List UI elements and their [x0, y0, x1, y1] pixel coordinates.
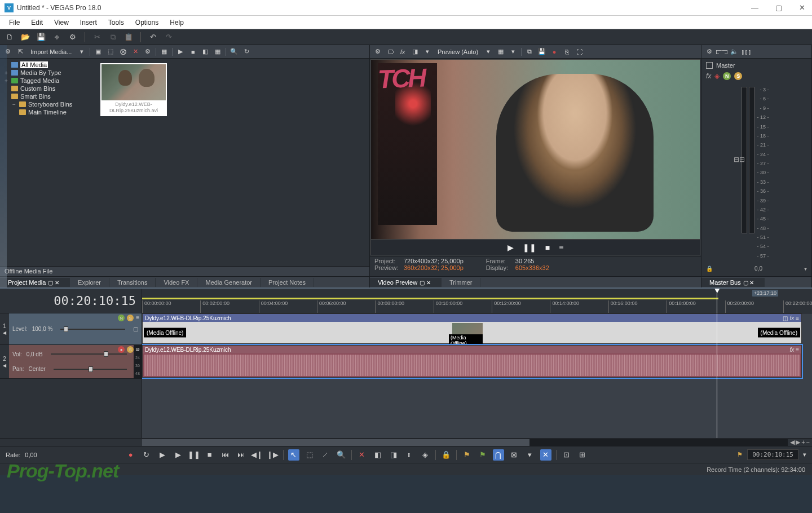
external-icon[interactable]: ⎘	[562, 47, 571, 56]
tab-project-media[interactable]: Project Media ▢ ✕	[0, 278, 70, 287]
track-menu-icon[interactable]: ≡	[136, 315, 139, 321]
select-tool[interactable]: ⬚	[304, 449, 315, 461]
tree-custom-bins[interactable]: Custom Bins	[2, 85, 94, 92]
play-button[interactable]: ▶	[508, 243, 514, 252]
master-props-icon[interactable]: ⚙	[705, 47, 714, 56]
dropdown-icon[interactable]: ▾	[509, 47, 518, 56]
open-button[interactable]: 📂	[20, 32, 30, 42]
timeline-tracks[interactable]: Dyldy.e12.WEB-DLRip.25Kuzmich◫fx≡ (Media…	[142, 313, 812, 438]
menu-tools[interactable]: Tools	[104, 17, 129, 28]
pause-button[interactable]: ❚❚	[523, 243, 536, 252]
loop-button[interactable]: ↻	[141, 449, 152, 461]
play-start-button[interactable]: ▶	[157, 449, 168, 461]
render-button[interactable]: ⎆	[52, 32, 62, 42]
record-indicator-icon[interactable]: ●	[550, 47, 559, 56]
menu-file[interactable]: File	[5, 17, 24, 28]
import-media-button[interactable]: Import Media...	[28, 48, 74, 55]
thumbnails-icon[interactable]: ▦	[213, 47, 222, 56]
tree-main-timeline[interactable]: Main Timeline	[2, 108, 94, 116]
minimize-button[interactable]: —	[749, 2, 761, 13]
remove-icon[interactable]: ⨂	[118, 47, 127, 56]
copy-button[interactable]: ⧉	[108, 32, 118, 42]
split-screen-icon[interactable]: ◨	[411, 47, 420, 56]
split-button[interactable]: ⫾	[404, 449, 415, 461]
tab-trimmer[interactable]: Trimmer	[442, 278, 481, 287]
fx-icon[interactable]: fx	[706, 72, 711, 80]
search-icon[interactable]: 🔍	[230, 47, 239, 56]
tab-explorer[interactable]: Explorer	[70, 278, 109, 287]
video-fx-icon[interactable]: fx	[398, 47, 407, 56]
tab-video-preview[interactable]: Video Preview ▢ ✕	[370, 278, 442, 287]
stop-button[interactable]: ■	[204, 449, 215, 461]
menu-view[interactable]: View	[50, 17, 73, 28]
marker-button[interactable]: ◈	[420, 449, 431, 461]
scroll-left-icon[interactable]: ◀	[790, 439, 795, 446]
level-slider[interactable]	[60, 329, 125, 330]
clip-menu-icon[interactable]: ≡	[796, 315, 799, 321]
normal-edit-tool[interactable]: ↖	[288, 449, 299, 461]
flag1-button[interactable]: ⚑	[461, 449, 473, 461]
event-pan-button[interactable]: ⊞	[577, 449, 588, 461]
mute-icon[interactable]: N	[723, 72, 731, 80]
overlays-icon[interactable]: ▦	[496, 47, 505, 56]
downmix-icon[interactable]: ⫍⫎	[717, 47, 726, 56]
playhead[interactable]	[717, 289, 717, 313]
pause-button[interactable]: ❚❚	[188, 449, 200, 461]
marker-dropdown-icon[interactable]: ⚑	[737, 451, 743, 458]
ignore-event-grouping-button[interactable]: ⊡	[561, 449, 572, 461]
stop-icon[interactable]: ■	[188, 47, 197, 56]
delete-button[interactable]: ✕	[356, 449, 368, 461]
tree-tagged-media[interactable]: +Tagged Media	[2, 77, 94, 85]
tree-storyboard-bins[interactable]: −Storyboard Bins	[2, 100, 94, 108]
go-start-button[interactable]: ⏮	[220, 449, 231, 461]
tree-all-media[interactable]: All Media	[2, 61, 94, 69]
flag2-button[interactable]: ⚑	[477, 449, 488, 461]
trim-end-button[interactable]: ◨	[388, 449, 399, 461]
record-icon[interactable]: ●	[118, 346, 125, 353]
stop-button[interactable]: ■	[545, 243, 550, 252]
views-icon[interactable]: ▦	[160, 47, 169, 56]
next-frame-button[interactable]: ❙▶	[267, 449, 279, 461]
capture-icon[interactable]: ▣	[94, 47, 103, 56]
autopreview-icon[interactable]: ◧	[201, 47, 210, 56]
mixer-icon[interactable]: ⫿⫿⫿	[742, 47, 751, 56]
tab-project-notes[interactable]: Project Notes	[261, 278, 314, 287]
trim-start-button[interactable]: ◧	[372, 449, 383, 461]
auto-ripple-button[interactable]: ▾	[524, 449, 536, 461]
go-end-button[interactable]: ⏭	[236, 449, 247, 461]
solo-icon[interactable]: S	[127, 346, 134, 353]
menu-insert[interactable]: Insert	[76, 17, 102, 28]
track-max-icon[interactable]: ▢	[133, 326, 138, 332]
record-button[interactable]: ●	[125, 449, 136, 461]
scroll-right-icon[interactable]: ▶	[796, 439, 800, 446]
preview-viewport[interactable]: TCH	[371, 60, 700, 239]
media-thumbnail[interactable]: Dyldy.e12.WEB-DLRip.25Kuzmich.avi	[100, 63, 167, 116]
save-snapshot-icon[interactable]: 💾	[537, 47, 546, 56]
dropdown-icon[interactable]: ▾	[423, 47, 432, 56]
timecode-dropdown-icon[interactable]: ▾	[803, 451, 806, 458]
zoom-tool[interactable]: 🔍	[336, 449, 347, 461]
automation-icon[interactable]: ◈	[714, 72, 720, 80]
get-media-icon[interactable]: ⬚	[106, 47, 115, 56]
timeline-ruler[interactable]: +23:17:10 00:00:00:0000:02:00:0000:04:00…	[142, 289, 812, 313]
menu-options[interactable]: Options	[131, 17, 163, 28]
split-icon[interactable]: ⊟⊟	[734, 156, 745, 163]
preview-quality[interactable]: Preview (Auto)	[435, 48, 480, 55]
tree-smart-bins[interactable]: Smart Bins	[2, 92, 94, 100]
maximize-button[interactable]: ▢	[773, 2, 784, 13]
solo-icon[interactable]: S	[734, 72, 742, 80]
menu-icon[interactable]: ≡	[559, 243, 563, 252]
dropdown-icon[interactable]: ▾	[484, 47, 493, 56]
redo-button[interactable]: ↷	[164, 32, 174, 42]
master-output-icon[interactable]	[706, 62, 713, 69]
fullscreen-icon[interactable]: ⛶	[575, 47, 584, 56]
fx-icon[interactable]: fx	[789, 347, 794, 353]
video-clip[interactable]: Dyldy.e12.WEB-DLRip.25Kuzmich◫fx≡ (Media…	[142, 313, 802, 344]
dim-icon[interactable]: 🔈	[730, 47, 739, 56]
timecode-display[interactable]: 00:20:10:15	[54, 294, 136, 308]
lock-icon[interactable]: 🔒	[706, 266, 713, 272]
volume-slider[interactable]	[51, 353, 127, 355]
envelope-tool[interactable]: ⟋	[320, 449, 331, 461]
menu-help[interactable]: Help	[165, 17, 188, 28]
preview-device-icon[interactable]: 🖵	[386, 47, 395, 56]
